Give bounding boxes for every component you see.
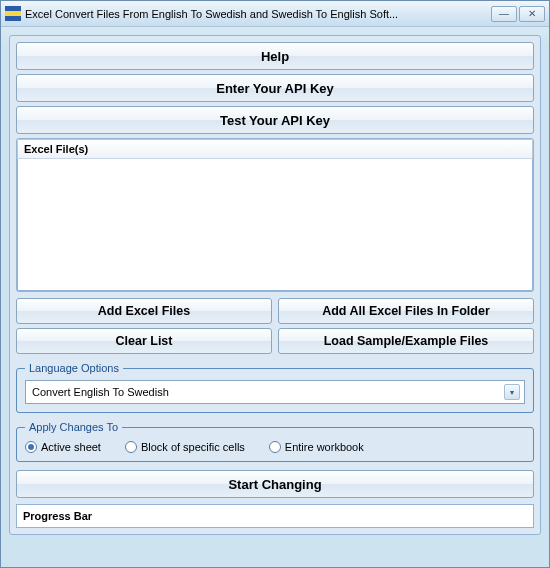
help-button[interactable]: Help	[16, 42, 534, 70]
language-select[interactable]: Convert English To Swedish ▾	[25, 380, 525, 404]
language-select-value: Convert English To Swedish	[32, 386, 169, 398]
radio-icon	[25, 441, 37, 453]
clear-list-button[interactable]: Clear List	[16, 328, 272, 354]
progress-bar: Progress Bar	[16, 504, 534, 528]
window-title: Excel Convert Files From English To Swed…	[25, 8, 491, 20]
app-icon	[5, 6, 21, 22]
language-options-legend: Language Options	[25, 362, 123, 374]
radio-icon	[269, 441, 281, 453]
radio-entire-workbook-label: Entire workbook	[285, 441, 364, 453]
apply-changes-legend: Apply Changes To	[25, 421, 122, 433]
radio-entire-workbook[interactable]: Entire workbook	[269, 441, 364, 453]
close-button[interactable]: ✕	[519, 6, 545, 22]
minimize-button[interactable]: —	[491, 6, 517, 22]
client-area: Help Enter Your API Key Test Your API Ke…	[1, 27, 549, 543]
radio-active-sheet[interactable]: Active sheet	[25, 441, 101, 453]
language-options-group: Language Options Convert English To Swed…	[16, 362, 534, 413]
apply-changes-group: Apply Changes To Active sheet Block of s…	[16, 421, 534, 462]
main-window: Excel Convert Files From English To Swed…	[0, 0, 550, 568]
enter-api-key-button[interactable]: Enter Your API Key	[16, 74, 534, 102]
radio-active-sheet-label: Active sheet	[41, 441, 101, 453]
start-changing-button[interactable]: Start Changing	[16, 470, 534, 498]
file-list-header: Excel File(s)	[17, 139, 533, 159]
load-sample-files-button[interactable]: Load Sample/Example Files	[278, 328, 534, 354]
file-list[interactable]	[17, 159, 533, 291]
progress-bar-label: Progress Bar	[23, 510, 92, 522]
radio-icon	[125, 441, 137, 453]
add-all-files-in-folder-button[interactable]: Add All Excel Files In Folder	[278, 298, 534, 324]
test-api-key-button[interactable]: Test Your API Key	[16, 106, 534, 134]
main-panel: Help Enter Your API Key Test Your API Ke…	[9, 35, 541, 535]
titlebar: Excel Convert Files From English To Swed…	[1, 1, 549, 27]
add-excel-files-button[interactable]: Add Excel Files	[16, 298, 272, 324]
radio-block-of-cells[interactable]: Block of specific cells	[125, 441, 245, 453]
chevron-down-icon: ▾	[504, 384, 520, 400]
radio-block-of-cells-label: Block of specific cells	[141, 441, 245, 453]
